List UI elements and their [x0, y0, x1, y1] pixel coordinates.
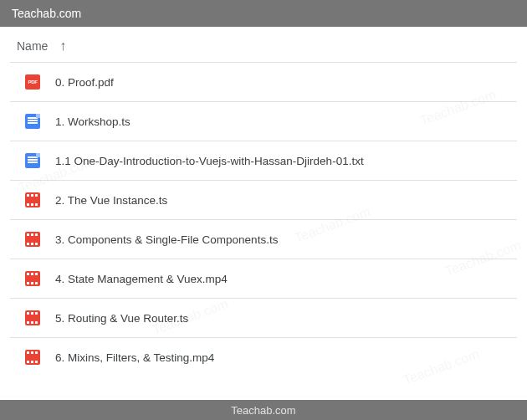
video-icon [25, 271, 40, 286]
video-icon [25, 192, 40, 207]
file-list: PDF 0. Proof.pdf 1. Workshop.ts 1.1 One-… [10, 62, 517, 376]
document-icon [25, 114, 40, 129]
bottom-bar: Teachab.com [0, 400, 527, 420]
file-row[interactable]: 4. State Management & Vuex.mp4 [10, 259, 517, 298]
file-row[interactable]: 3. Components & Single-File Components.t… [10, 219, 517, 259]
file-name: 1.1 One-Day-Introduction-to-Vuejs-with-H… [55, 155, 364, 167]
pdf-icon: PDF [25, 74, 40, 90]
file-name: 0. Proof.pdf [55, 76, 114, 89]
top-bar-title: Teachab.com [12, 7, 81, 20]
video-icon [25, 232, 40, 247]
video-icon [25, 350, 40, 365]
file-name: 1. Workshop.ts [55, 115, 130, 128]
file-row[interactable]: 1. Workshop.ts [10, 101, 517, 141]
file-name: 5. Routing & Vue Router.ts [55, 312, 188, 325]
sort-ascending-icon: ↑ [59, 38, 66, 54]
file-row[interactable]: 2. The Vue Instance.ts [10, 180, 517, 219]
file-row[interactable]: PDF 0. Proof.pdf [10, 62, 517, 101]
file-row[interactable]: 5. Routing & Vue Router.ts [10, 298, 517, 337]
bottom-bar-title: Teachab.com [231, 404, 295, 417]
file-name: 2. The Vue Instance.ts [55, 194, 167, 207]
file-row[interactable]: 6. Mixins, Filters, & Testing.mp4 [10, 337, 517, 376]
file-name: 6. Mixins, Filters, & Testing.mp4 [55, 351, 214, 364]
file-name: 4. State Management & Vuex.mp4 [55, 273, 228, 285]
top-bar: Teachab.com [0, 0, 527, 27]
file-row[interactable]: 1.1 One-Day-Introduction-to-Vuejs-with-H… [10, 141, 517, 180]
video-icon [25, 310, 40, 325]
content-area: Name ↑ PDF 0. Proof.pdf 1. Workshop.ts 1… [10, 27, 517, 400]
file-name: 3. Components & Single-File Components.t… [55, 233, 278, 246]
document-icon [25, 153, 40, 168]
column-header-name: Name [17, 39, 48, 53]
column-header-row[interactable]: Name ↑ [10, 27, 517, 62]
